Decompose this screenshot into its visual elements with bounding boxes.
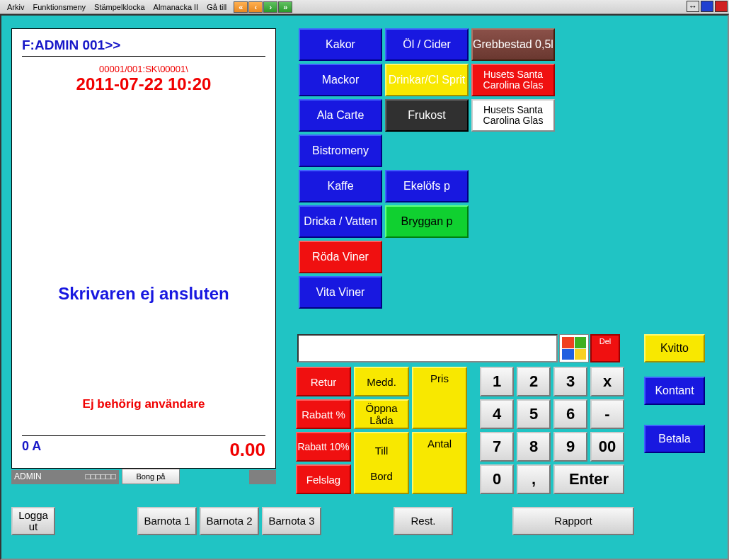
key-8[interactable]: 8: [517, 432, 551, 462]
close-icon[interactable]: [715, 1, 728, 12]
category-drinkar[interactable]: Drinkar/Cl Sprit: [385, 64, 469, 96]
category-roda-viner[interactable]: Röda Viner: [299, 241, 382, 273]
display-input[interactable]: [297, 334, 558, 362]
key-6[interactable]: 6: [553, 399, 587, 429]
admin-status-bar: ADMIN □□□□□□: [11, 470, 119, 484]
medd-button[interactable]: Medd.: [354, 367, 409, 396]
menu-gatill[interactable]: Gå till: [202, 3, 231, 11]
antal-button[interactable]: Antal: [412, 432, 467, 494]
barnota-1-button[interactable]: Barnota 1: [137, 507, 197, 535]
key-2[interactable]: 2: [517, 367, 551, 396]
category-ol-cider[interactable]: Öl / Cider: [385, 28, 469, 61]
menubar: Arkiv Funktionsmeny Stämpelklocka Almana…: [0, 0, 729, 14]
category-vita-viner[interactable]: Vita Viner: [299, 276, 382, 309]
key-4[interactable]: 4: [480, 399, 514, 429]
receipt-code: 00001/001:SK\00001\: [22, 64, 265, 74]
menu-almanacka[interactable]: Almanacka II: [149, 3, 203, 11]
delete-button[interactable]: Del: [590, 334, 620, 362]
app-area: F:ADMIN 001>> 00001/001:SK\00001\ 2011-0…: [0, 14, 729, 560]
receipt-title: F:ADMIN 001>>: [22, 38, 265, 57]
category-ekelofs[interactable]: Ekelöfs p: [385, 170, 469, 202]
rest-button[interactable]: Rest.: [394, 507, 453, 535]
nav-last-icon[interactable]: »: [278, 1, 292, 13]
receipt-total: 0.00: [229, 439, 265, 461]
rapport-button[interactable]: Rapport: [512, 507, 634, 535]
key-dash[interactable]: -: [590, 399, 624, 429]
nav-first-icon[interactable]: «: [234, 1, 248, 13]
key-00[interactable]: 00: [590, 432, 624, 462]
betala-button[interactable]: Betala: [644, 425, 705, 453]
category-bistromeny[interactable]: Bistromeny: [299, 135, 382, 167]
oppna-lada-button[interactable]: Öppna Låda: [354, 399, 409, 429]
till-label: Till: [375, 445, 389, 457]
category-kaffe[interactable]: Kaffe: [299, 170, 382, 202]
key-7[interactable]: 7: [480, 432, 514, 462]
admin-label: ADMIN: [14, 472, 42, 483]
pris-button[interactable]: Pris: [412, 367, 467, 429]
receipt-message-printer: Skrivaren ej ansluten: [22, 284, 265, 304]
category-husets-red[interactable]: Husets Santa Carolina Glas: [471, 64, 555, 96]
nav-next-icon[interactable]: ›: [263, 1, 277, 13]
kontant-button[interactable]: Kontant: [644, 377, 705, 405]
windows-logo-icon[interactable]: [559, 334, 589, 362]
bord-label: Bord: [370, 470, 393, 482]
kvitto-button[interactable]: Kvitto: [644, 334, 705, 362]
key-5[interactable]: 5: [517, 399, 551, 429]
bong-button[interactable]: Bong på: [122, 469, 180, 484]
status-segment: [249, 470, 276, 484]
receipt-message-auth: Ej behörig användare: [22, 397, 265, 411]
receipt-panel: F:ADMIN 001>> 00001/001:SK\00001\ 2011-0…: [11, 28, 276, 469]
menu-funktionsmeny[interactable]: Funktionsmeny: [28, 3, 90, 11]
key-0[interactable]: 0: [480, 464, 514, 494]
retur-button[interactable]: Retur: [296, 367, 351, 396]
receipt-date: 2011-07-22 10:20: [22, 74, 265, 94]
admin-boxes: □□□□□□: [86, 472, 117, 483]
barnota-2-button[interactable]: Barnota 2: [200, 507, 259, 535]
key-x[interactable]: x: [590, 367, 624, 396]
category-grebbestad[interactable]: Grebbestad 0,5l: [471, 28, 555, 61]
key-9[interactable]: 9: [553, 432, 587, 462]
receipt-footer-left: 0 A: [22, 439, 41, 461]
barnota-3-button[interactable]: Barnota 3: [262, 507, 321, 535]
nav-prev-icon[interactable]: ‹: [248, 1, 263, 13]
key-enter[interactable]: Enter: [553, 464, 624, 494]
category-bryggan[interactable]: Bryggan p: [385, 205, 469, 238]
category-dricka[interactable]: Dricka / Vatten: [299, 205, 382, 238]
rabatt-pct-button[interactable]: Rabatt %: [296, 399, 351, 429]
key-1[interactable]: 1: [480, 367, 514, 396]
key-comma[interactable]: ,: [517, 464, 551, 494]
logga-ut-button[interactable]: Logga ut: [11, 507, 55, 535]
category-kakor[interactable]: Kakor: [299, 28, 382, 61]
menu-arkiv[interactable]: Arkiv: [3, 3, 28, 11]
till-bord-button[interactable]: Till Bord: [354, 432, 409, 494]
category-mackor[interactable]: Mackor: [299, 64, 382, 96]
minimize-icon[interactable]: [701, 1, 713, 12]
category-frukost[interactable]: Frukost: [385, 99, 469, 132]
rabatt-10-button[interactable]: Rabatt 10%: [296, 432, 351, 462]
category-alacarte[interactable]: Ala Carte: [299, 99, 382, 132]
resize-icon[interactable]: ↔: [687, 1, 699, 12]
category-husets-white[interactable]: Husets Santa Carolina Glas: [471, 99, 555, 132]
felslag-button[interactable]: Felslag: [296, 464, 351, 494]
menu-stampelklocka[interactable]: Stämpelklocka: [90, 3, 149, 11]
key-3[interactable]: 3: [553, 367, 587, 396]
